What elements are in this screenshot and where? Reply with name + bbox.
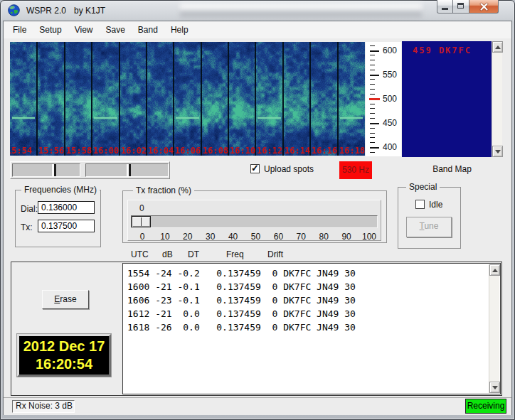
tx-fraction-value: 0 [139, 203, 144, 213]
scroll-up-button[interactable] [489, 264, 500, 276]
slider-thumb[interactable] [52, 164, 56, 176]
rx-noise-status: Rx Noise: 3 dB [12, 400, 75, 413]
scale-minor-tick [370, 79, 375, 80]
slider-thumb[interactable] [132, 216, 151, 227]
waterfall-zero-slider[interactable] [85, 163, 169, 177]
tx-fraction-tick-label: 10 [160, 232, 169, 242]
tx-fraction-tick-label: 80 [319, 232, 329, 242]
upload-spots-checkbox[interactable]: ✓ [250, 164, 260, 173]
scale-minor-tick [370, 89, 375, 90]
tx-fraction-tick-label: 100 [362, 232, 376, 242]
tx-fraction-tick-label: 0 [140, 232, 145, 242]
scale-major-tick [370, 123, 379, 124]
decode-scrollbar[interactable] [489, 264, 499, 393]
scale-minor-tick [370, 60, 375, 60]
band-map-label: Band Map [402, 164, 502, 174]
tx-fraction-tick-label: 20 [183, 232, 192, 242]
close-button[interactable] [469, 0, 499, 14]
close-icon [479, 2, 489, 11]
decode-area[interactable]: 1554 -24 -0.2 0.137459 0 DK7FC JN49 30 1… [122, 263, 501, 394]
frequencies-group-title: Frequencies (MHz) [21, 185, 100, 195]
scale-major-tick [370, 75, 379, 76]
tx-label: Tx: [21, 222, 33, 232]
idle-checkbox[interactable]: ✓ [415, 200, 425, 209]
upload-spots-label: Upload spots [264, 164, 314, 174]
tx-fraction-group-title: Tx fraction (%) [133, 185, 194, 195]
scale-tick-label: 500 [383, 94, 397, 104]
menu-item-view[interactable]: View [68, 23, 100, 37]
thumb-notch [141, 217, 142, 226]
decode-header-db: dB [162, 249, 173, 259]
waterfall-gain-slider[interactable] [12, 163, 80, 177]
menu-item-file[interactable]: File [6, 23, 33, 37]
scale-minor-tick [370, 133, 375, 134]
tx-fraction-tick-label: 50 [251, 232, 260, 242]
scale-minor-tick [370, 65, 375, 65]
arrow-up-icon [492, 269, 498, 272]
menubar: FileSetupViewSaveBandHelp [4, 21, 511, 38]
frequency-scale: 400450500550600 [366, 42, 401, 156]
minimize-button[interactable] [437, 0, 453, 14]
scale-minor-tick [370, 108, 375, 109]
band-map[interactable]: 459 DK7FC [402, 41, 492, 157]
special-group-title: Special [406, 182, 440, 192]
arrow-up-icon [495, 45, 501, 49]
frequencies-group: Frequencies (MHz) Dial: Tx: [15, 190, 101, 247]
scale-minor-tick [370, 142, 375, 143]
waterfall-spectrogram[interactable] [10, 42, 365, 156]
erase-button[interactable]: Erase [42, 290, 89, 309]
scale-minor-tick [370, 104, 375, 104]
tune-button[interactable]: Tune [406, 217, 452, 237]
dial-frequency-input[interactable] [38, 201, 95, 214]
window-title: WSPR 2.0 [26, 6, 66, 16]
decode-header-dt: DT [188, 249, 199, 259]
scale-minor-tick [370, 55, 375, 55]
decode-header-drift: Drift [267, 249, 283, 259]
scale-minor-tick [370, 70, 375, 70]
decode-header-freq: Freq [226, 249, 244, 259]
scale-minor-tick [370, 84, 375, 85]
scale-minor-tick [370, 128, 375, 129]
slider-thumb[interactable] [127, 164, 131, 176]
titlebar[interactable]: WSPR 2.0 by K1JT [0, 0, 515, 21]
scale-tick-label: 550 [383, 70, 397, 80]
tx-fraction-group: Tx fraction (%) 0 0102030405060708090100 [122, 190, 387, 243]
scale-minor-tick [370, 113, 375, 114]
scale-minor-tick [370, 137, 375, 138]
band-map-entry[interactable]: 459 DK7FC [413, 45, 472, 55]
decode-text: 1554 -24 -0.2 0.137459 0 DK7FC JN49 30 1… [123, 264, 500, 334]
scale-minor-tick [370, 152, 375, 153]
scale-tick-label: 400 [383, 142, 397, 152]
clock-date: 2012 Dec 17 [19, 338, 109, 355]
checkmark-icon: ✓ [251, 163, 259, 173]
scroll-up-button[interactable] [492, 41, 503, 53]
tx-frequency-input[interactable] [38, 220, 95, 232]
scale-tick-label: 450 [383, 118, 397, 128]
tx-fraction-tick-label: 90 [341, 232, 351, 242]
idle-label: Idle [429, 200, 442, 210]
minimize-icon [442, 8, 448, 10]
menu-item-setup[interactable]: Setup [33, 23, 68, 37]
scroll-down-button[interactable] [492, 146, 503, 157]
tx-fraction-tick-label: 70 [297, 232, 306, 242]
menu-item-save[interactable]: Save [100, 23, 132, 37]
maximize-button[interactable] [453, 0, 469, 14]
arrow-down-icon [495, 150, 501, 154]
scroll-down-button[interactable] [489, 382, 500, 393]
scale-minor-tick [370, 118, 375, 119]
dial-label: Dial: [21, 204, 38, 214]
receiving-badge: Receiving [465, 399, 506, 414]
tx-fraction-slider[interactable] [131, 215, 378, 228]
rx-freq-marker [369, 98, 380, 100]
clock-display: 2012 Dec 17 16:20:54 [17, 334, 111, 377]
clock-time: 16:20:54 [19, 355, 109, 373]
menu-item-help[interactable]: Help [164, 23, 195, 37]
tx-fraction-tick-label: 40 [228, 232, 238, 242]
menu-item-band[interactable]: Band [132, 23, 164, 37]
tx-fraction-tick-label: 30 [206, 232, 215, 242]
waterfall-adjust-panel [10, 161, 170, 179]
band-map-scrollbar[interactable] [492, 41, 502, 157]
window-controls [437, 0, 499, 14]
maximize-icon [457, 3, 464, 9]
scale-minor-tick [370, 45, 375, 46]
